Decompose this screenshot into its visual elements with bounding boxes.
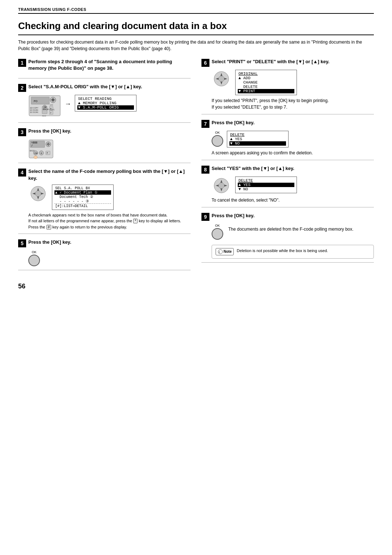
step-5-num: 5 — [18, 239, 26, 247]
svg-text:/: / — [31, 144, 33, 147]
intro-text: The procedures for checking document dat… — [18, 39, 374, 52]
svg-text:PORS: PORS — [49, 109, 55, 111]
arrow-right: → — [65, 95, 71, 108]
svg-text:BACK: BACK — [43, 108, 49, 110]
header-title: TRANSMISSION USING F-CODES — [18, 7, 86, 12]
step-3-num: 3 — [18, 128, 26, 136]
step-5-header: 5 Press the [OK] key. — [18, 239, 191, 247]
svg-text:OK: OK — [34, 152, 38, 154]
step-8-content: DELETE ▲ YES ▼ NO To cancel the deletion… — [212, 177, 374, 203]
step-4-screen-row: SEL S.A. POLL BX ▲ ✓ Document Plan ① Doc… — [28, 185, 191, 210]
step-8-screen-row: DELETE ▲ YES ▼ NO — [212, 177, 374, 195]
step-9-ok: OK — [212, 224, 223, 240]
step-5-device-row: OK — [28, 250, 191, 266]
step-7-screen: DELETE ▲ YES ▼ NO — [227, 131, 289, 147]
step-3-header: 3 Press the [OK] key. — [18, 128, 191, 136]
svg-text:EX SCAN: EX SCAN — [30, 111, 38, 113]
step-4-device — [28, 185, 48, 203]
step-2-num: 2 — [18, 84, 26, 92]
svg-text:ACO: ACO — [42, 115, 46, 117]
svg-point-50 — [219, 76, 224, 82]
step-6-note: If you selected "PRINT", press the [OK] … — [212, 97, 374, 110]
step-7-screen-row: OK DELETE ▲ YES ▼ NO — [212, 131, 374, 147]
step-7-ok: OK — [212, 131, 223, 147]
step-9-block: 9 Press the [OK] key. OK The documents a… — [201, 212, 374, 263]
step-7-block: 7 Press the [OK] key. OK DELETE — [201, 119, 374, 160]
step-1-num: 1 — [18, 59, 26, 67]
svg-point-38 — [34, 156, 37, 159]
step-4-header: 4 Select the name of the F-code memory p… — [18, 168, 191, 181]
page-title: Checking and clearing document data in a… — [18, 20, 374, 35]
step-4-title: Select the name of the F-code memory pol… — [28, 168, 191, 181]
step-4-nav-svg — [28, 185, 48, 203]
step-8-device — [212, 177, 232, 195]
step-2-screen-row: PO ED COPY EX SCAN EX SCAN BACK — [28, 95, 191, 117]
svg-text:7: 7 — [46, 152, 48, 154]
fax-device-svg: PO ED COPY EX SCAN EX SCAN BACK — [28, 95, 61, 117]
step-2-device: PO ED COPY EX SCAN EX SCAN BACK — [28, 95, 61, 117]
step-4-num: 4 — [18, 169, 26, 177]
step-4-screen: SEL S.A. POLL BX ▲ ✓ Document Plan ① Doc… — [52, 185, 114, 210]
two-col-layout: 1 Perform steps 2 through 4 of "Scanning… — [18, 58, 374, 275]
step-6-header: 6 Select "PRINT" or "DELETE" with the [▼… — [201, 58, 374, 67]
step-5-title: Press the [OK] key. — [28, 239, 71, 246]
note-box: i Note Deletion is not possible while th… — [212, 245, 374, 259]
svg-text:GHI: GHI — [50, 104, 53, 106]
note-text: Deletion is not possible while the box i… — [237, 248, 328, 254]
step-7-header: 7 Press the [OK] key. — [201, 119, 374, 128]
step-7-title: Press the [OK] key. — [212, 119, 254, 126]
step-6-content: ORIGINAL ▲ ADD CHANGE DELETE ▼ PRINT If … — [212, 70, 374, 110]
step-8-nav-svg — [212, 177, 232, 195]
svg-point-56 — [219, 183, 224, 189]
step-5-ok: OK — [28, 250, 40, 266]
ok-circle-9 — [212, 228, 223, 240]
step-6-block: 6 Select "PRINT" or "DELETE" with the [▼… — [201, 58, 374, 114]
svg-point-44 — [35, 191, 41, 197]
step-9-note: The documents are deleted from the F-cod… — [228, 226, 374, 232]
step-2-header: 2 Select "S.A.M-POLL ORIG" with the [▼] … — [18, 84, 191, 92]
step-3-device-row: ⌥888 / BACK OK 4 — [28, 139, 191, 159]
svg-text:⌥888: ⌥888 — [31, 141, 37, 144]
step-9-row: OK The documents are deleted from the F-… — [212, 224, 374, 240]
step-1-header: 1 Perform steps 2 through 4 of "Scanning… — [18, 58, 191, 72]
left-column: 1 Perform steps 2 through 4 of "Scanning… — [18, 58, 191, 275]
note-icon: i Note — [216, 248, 234, 255]
step-9-header: 9 Press the [OK] key. — [201, 212, 374, 221]
step-7-num: 7 — [201, 120, 209, 128]
svg-text:PO: PO — [34, 100, 38, 102]
page-number: 56 — [18, 283, 374, 290]
step-2-content: PO ED COPY EX SCAN EX SCAN BACK — [28, 95, 191, 117]
step-9-title: Press the [OK] key. — [212, 212, 254, 219]
step-8-title: Select "YES" with the [▼] or [▲] key. — [212, 165, 294, 172]
step-5-block: 5 Press the [OK] key. OK — [18, 239, 191, 270]
step-4-note: A checkmark appears next to the box name… — [28, 212, 191, 230]
step-2-block: 2 Select "S.A.M-POLL ORIG" with the [▼] … — [18, 84, 191, 123]
step-8-screen: DELETE ▲ YES ▼ NO — [235, 177, 297, 193]
step-7-note: A screen appears asking you to confirm t… — [212, 150, 374, 156]
step-9-num: 9 — [201, 213, 209, 221]
step-8-header: 8 Select "YES" with the [▼] or [▲] key. — [201, 165, 374, 174]
step-6-nav-svg — [212, 70, 232, 88]
ok-circle-5 — [28, 255, 40, 266]
step-5-content: OK — [28, 250, 191, 266]
pencil-icon: i — [218, 249, 223, 254]
step-3-block: 3 Press the [OK] key. ⌥888 / — [18, 128, 191, 163]
step-8-note: To cancel the deletion, select "NO". — [212, 197, 374, 203]
step-6-num: 6 — [201, 59, 209, 67]
top-header: TRANSMISSION USING F-CODES — [18, 7, 374, 14]
svg-text:OK: OK — [44, 106, 47, 108]
step-6-screen: ORIGINAL ▲ ADD CHANGE DELETE ▼ PRINT — [235, 70, 297, 95]
right-column: 6 Select "PRINT" or "DELETE" with the [▼… — [201, 58, 374, 275]
step-6-device — [212, 70, 232, 88]
step-6-title: Select "PRINT" or "DELETE" with the [▼] … — [212, 58, 330, 65]
step-2-screen: SELECT READING ▲ MEMORY POLLING ▼ S.A.M-… — [75, 95, 136, 112]
step-8-num: 8 — [201, 166, 209, 174]
step-2-title: Select "S.A.M-POLL ORIG" with the [▼] or… — [28, 84, 142, 90]
step-3-title: Press the [OK] key. — [28, 128, 71, 134]
step-1-block: 1 Perform steps 2 through 4 of "Scanning… — [18, 58, 191, 78]
step-8-block: 8 Select "YES" with the [▼] or [▲] key. — [201, 165, 374, 207]
step-3-content: ⌥888 / BACK OK 4 — [28, 139, 191, 159]
step-3-device-svg: ⌥888 / BACK OK 4 — [28, 139, 54, 159]
step-4-block: 4 Select the name of the F-code memory p… — [18, 168, 191, 234]
step-7-content: OK DELETE ▲ YES ▼ NO A screen appears as… — [212, 131, 374, 156]
